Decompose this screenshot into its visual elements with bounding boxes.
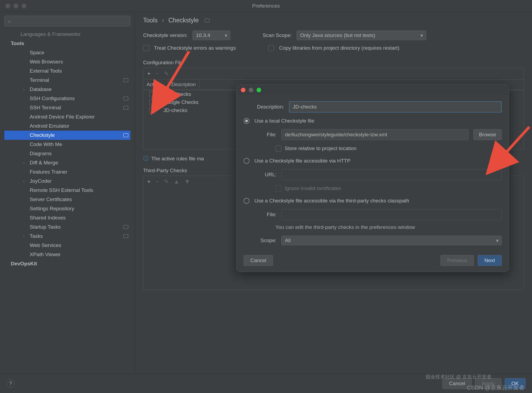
- sidebar-item-tasks[interactable]: ›Tasks: [4, 232, 130, 241]
- sidebar-item-xpath-viewer[interactable]: XPath Viewer: [4, 250, 130, 259]
- maximize-icon[interactable]: [257, 88, 261, 92]
- store-relative-checkbox[interactable]: [275, 145, 281, 151]
- sidebar-item-ssh-terminal[interactable]: SSH Terminal: [4, 103, 130, 112]
- gear-icon: [123, 78, 128, 82]
- treat-warnings-label: Treat Checkstyle errors as warnings: [154, 45, 236, 51]
- config-toolbar: + − ✎: [143, 68, 524, 79]
- file-label: File:: [255, 132, 277, 138]
- sidebar-item-external-tools[interactable]: External Tools: [4, 66, 130, 76]
- add-button[interactable]: +: [147, 70, 151, 77]
- gear-icon: [123, 133, 128, 137]
- sidebar-item-android-file-explorer[interactable]: Android Device File Explorer: [4, 112, 130, 121]
- url-label: URL:: [255, 172, 277, 178]
- radio-http[interactable]: [244, 158, 250, 164]
- row-checkbox[interactable]: [149, 107, 155, 113]
- sidebar-item-shared-indexes[interactable]: Shared Indexes: [4, 213, 130, 222]
- sidebar-item-diff-merge[interactable]: ›Diff & Merge: [4, 158, 130, 167]
- copy-libs-label: Copy libraries from project directory (r…: [279, 45, 399, 51]
- col-description[interactable]: Description: [168, 80, 199, 90]
- col-active[interactable]: Active: [143, 80, 168, 90]
- sidebar-item-checkstyle[interactable]: Checkstyle: [4, 131, 130, 140]
- config-file-title: Configuration File: [143, 60, 524, 66]
- sidebar-item-android-emulator[interactable]: Android Emulator: [4, 121, 130, 131]
- chevron-down-icon: ⌄: [12, 41, 15, 46]
- maximize-icon[interactable]: [22, 4, 26, 8]
- sidebar: ⌕ Languages & Frameworks ⌄ Tools Space W…: [0, 12, 135, 374]
- url-input: [281, 169, 502, 180]
- close-icon[interactable]: [241, 88, 245, 92]
- sidebar-item-web-browsers[interactable]: Web Browsers: [4, 57, 130, 66]
- up-button[interactable]: ▲: [174, 178, 180, 185]
- sidebar-item-server-certs[interactable]: Server Certificates: [4, 195, 130, 204]
- watermark: CSDN @京东云开发者: [467, 384, 524, 391]
- radio-local[interactable]: [244, 118, 250, 124]
- sidebar-item-startup-tasks[interactable]: Startup Tasks: [4, 222, 130, 232]
- ignore-invalid-checkbox: [275, 185, 281, 191]
- file2-input: [281, 209, 502, 220]
- modal-scope-label: Scope:: [255, 238, 277, 243]
- gear-icon: [205, 19, 210, 22]
- modal-titlebar: [237, 84, 509, 95]
- sidebar-item-devopskit[interactable]: DevOpsKit: [4, 259, 130, 268]
- sidebar-item-web-services[interactable]: Web Services: [4, 241, 130, 250]
- modal-scope-dropdown[interactable]: All: [281, 236, 502, 245]
- gear-icon: [123, 234, 128, 238]
- radio-local-label: Use a local Checkstyle file: [254, 118, 314, 124]
- version-label: Checkstyle version:: [143, 32, 188, 38]
- sidebar-item-features-trainer[interactable]: Features Trainer: [4, 167, 130, 177]
- sidebar-item-database[interactable]: ›Database: [4, 85, 130, 94]
- sidebar-item-diagrams[interactable]: Diagrams: [4, 149, 130, 158]
- version-dropdown[interactable]: 10.3.4: [193, 31, 230, 40]
- chevron-right-icon: ›: [23, 234, 25, 238]
- file2-label: File:: [255, 212, 277, 218]
- titlebar: Preferences: [0, 0, 532, 12]
- modal-next-button[interactable]: Next: [478, 255, 502, 266]
- help-button[interactable]: ?: [6, 380, 15, 388]
- copy-libs-checkbox[interactable]: [268, 45, 274, 51]
- radio-thirdparty[interactable]: [244, 198, 250, 204]
- edit-button[interactable]: ✎: [164, 178, 169, 185]
- treat-warnings-checkbox[interactable]: [143, 45, 149, 51]
- search-icon: ⌕: [8, 18, 11, 24]
- modal-cancel-button[interactable]: Cancel: [244, 255, 273, 266]
- file-input[interactable]: [281, 129, 469, 140]
- close-icon[interactable]: [5, 4, 10, 8]
- desc-label: Description:: [244, 104, 284, 110]
- edit-button[interactable]: ✎: [164, 70, 169, 77]
- radio-thirdparty-label: Use a Checkstyle file accessible via the…: [254, 198, 409, 204]
- sidebar-item-space[interactable]: Space: [4, 48, 130, 57]
- minimize-icon[interactable]: [14, 4, 18, 8]
- breadcrumb-tools[interactable]: Tools: [143, 17, 158, 24]
- row-checkbox[interactable]: [149, 99, 155, 105]
- window-title: Preferences: [252, 3, 280, 9]
- search-input[interactable]: ⌕: [4, 16, 130, 26]
- sidebar-item-tools[interactable]: ⌄ Tools: [4, 39, 130, 48]
- modal-previous-button[interactable]: Previous: [440, 255, 474, 266]
- row-checkbox[interactable]: [149, 91, 155, 97]
- gear-icon: [123, 106, 128, 110]
- down-button[interactable]: ▼: [184, 178, 190, 185]
- traffic-lights: [0, 4, 26, 8]
- sidebar-item-code-with-me[interactable]: Code With Me: [4, 140, 130, 149]
- sidebar-item-ssh-config[interactable]: SSH Configurations: [4, 94, 130, 103]
- watermark: 掘金技术社区 @ 京东云开发者: [426, 374, 491, 380]
- chevron-right-icon: ›: [23, 179, 25, 183]
- sidebar-item-remote-ssh-ext[interactable]: Remote SSH External Tools: [4, 186, 130, 195]
- sidebar-item-joycoder[interactable]: ›JoyCoder: [4, 177, 130, 186]
- sidebar-item-truncated[interactable]: Languages & Frameworks: [4, 30, 130, 39]
- minimize-icon[interactable]: [249, 88, 253, 92]
- breadcrumb: Tools › Checkstyle: [143, 17, 524, 24]
- scope-dropdown[interactable]: Only Java sources (but not tests): [297, 31, 426, 40]
- browse-button[interactable]: Browse: [473, 129, 502, 140]
- store-relative-label: Store relative to project location: [285, 145, 356, 151]
- sidebar-item-terminal[interactable]: Terminal: [4, 76, 130, 85]
- add-config-modal: Description: Use a local Checkstyle file…: [236, 84, 509, 272]
- gear-icon: [123, 97, 128, 100]
- gear-icon: [123, 225, 128, 229]
- remove-button[interactable]: −: [156, 178, 159, 185]
- sidebar-item-settings-repo[interactable]: Settings Repository: [4, 204, 130, 213]
- remove-button[interactable]: −: [156, 70, 159, 77]
- add-button[interactable]: +: [147, 178, 151, 185]
- description-input[interactable]: [289, 101, 502, 113]
- scope-label: Scan Scope:: [263, 32, 292, 38]
